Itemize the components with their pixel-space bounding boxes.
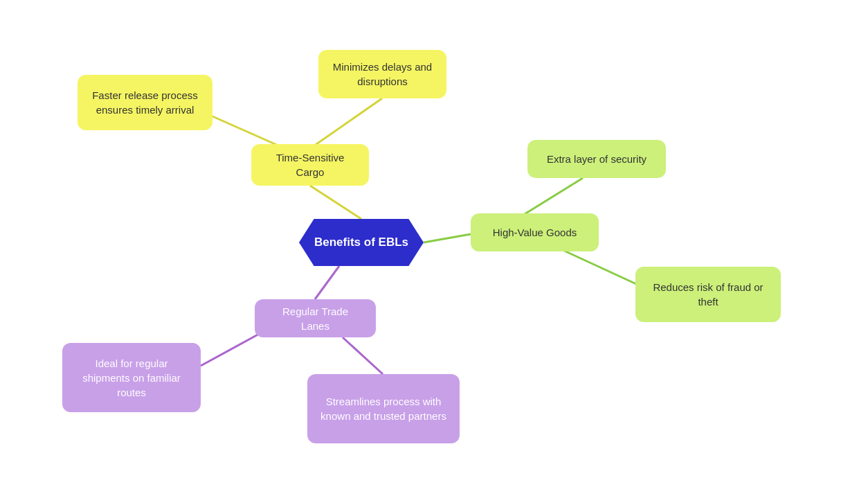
regular-trade-node: Regular Trade Lanes (255, 299, 376, 337)
center-node: Benefits of EBLs (299, 219, 424, 266)
reduces-risk-node: Reduces risk of fraud or theft (635, 267, 781, 322)
svg-line-3 (424, 234, 471, 242)
svg-line-6 (315, 266, 339, 299)
center-label: Benefits of EBLs (314, 234, 408, 251)
svg-line-2 (311, 98, 382, 148)
ideal-regular-label: Ideal for regular shipments on familiar … (75, 356, 188, 400)
ideal-regular-node: Ideal for regular shipments on familiar … (62, 343, 201, 412)
high-value-label: High-Value Goods (493, 225, 577, 240)
time-sensitive-label: Time-Sensitive Cargo (264, 150, 356, 179)
extra-security-label: Extra layer of security (547, 152, 647, 166)
svg-line-5 (554, 246, 644, 287)
high-value-node: High-Value Goods (471, 213, 599, 251)
streamlines-label: Streamlines process with known and trust… (320, 394, 447, 423)
regular-trade-label: Regular Trade Lanes (267, 304, 363, 333)
svg-line-0 (310, 186, 361, 219)
svg-line-8 (343, 337, 383, 374)
time-sensitive-node: Time-Sensitive Cargo (251, 144, 369, 186)
faster-release-node: Faster release process ensures timely ar… (78, 75, 213, 130)
faster-release-label: Faster release process ensures timely ar… (90, 88, 200, 117)
minimizes-delays-label: Minimizes delays and disruptions (331, 60, 434, 89)
extra-security-node: Extra layer of security (527, 140, 666, 178)
minimizes-delays-node: Minimizes delays and disruptions (318, 50, 446, 98)
reduces-risk-label: Reduces risk of fraud or theft (648, 280, 768, 309)
streamlines-node: Streamlines process with known and trust… (307, 374, 460, 443)
